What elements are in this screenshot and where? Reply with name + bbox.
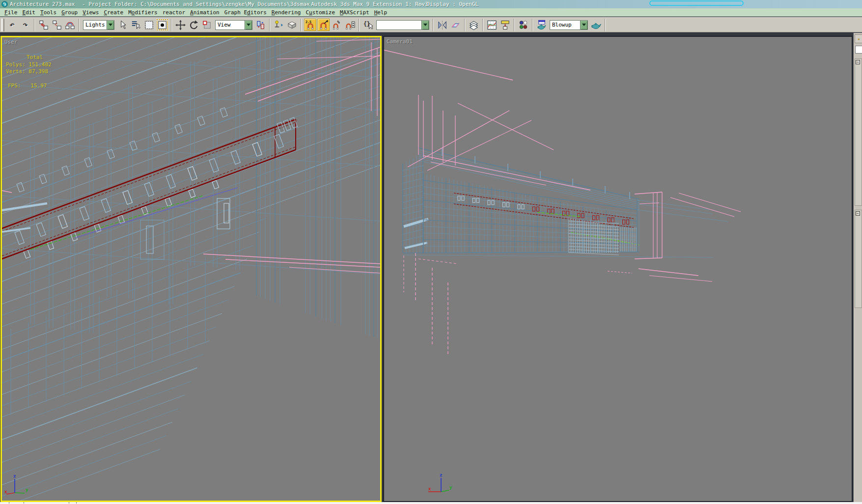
material-editor-icon — [518, 19, 529, 31]
track-bar-strip[interactable] — [0, 502, 862, 504]
window-crossing-icon — [157, 19, 168, 31]
bind-to-space-warp-button[interactable] — [64, 19, 76, 31]
dropdown-arrow-icon[interactable] — [421, 21, 429, 29]
schematic-view-icon — [500, 19, 511, 31]
menu-item-modifiers[interactable]: Modifiers — [126, 8, 160, 17]
mirror-button[interactable] — [436, 19, 448, 31]
menu-item-customize[interactable]: Customize — [303, 8, 337, 17]
dropdown-arrow-icon[interactable] — [107, 21, 114, 29]
command-panel-sliver[interactable]: ✶ − − — [853, 33, 862, 502]
schematic-view-button[interactable] — [499, 19, 511, 31]
mirror-icon — [437, 19, 448, 31]
selection-filter-select-value: Lights — [83, 21, 107, 29]
menu-item-views[interactable]: Views — [80, 8, 101, 17]
menu-item-reactor[interactable]: reactor — [160, 8, 188, 17]
select-and-scale-button[interactable] — [201, 19, 213, 31]
stats-total-label: Total — [27, 54, 43, 60]
rollout-minus-icon[interactable]: − — [856, 60, 860, 64]
angle-snap-toggle[interactable] — [317, 19, 330, 31]
viewport-area: User Total Polys: 151,402 Verts: 87,398 … — [0, 33, 862, 502]
curve-editor-icon — [486, 19, 498, 31]
svg-text:z: z — [13, 474, 16, 478]
menu-item-tools[interactable]: Tools — [38, 8, 59, 17]
rect-selection-region-button[interactable] — [143, 19, 155, 31]
material-editor-button[interactable] — [517, 19, 529, 31]
stats-verts: Verts: 87,398 — [6, 68, 48, 75]
render-scene-button[interactable] — [535, 19, 548, 31]
menu-item-help[interactable]: Help — [372, 8, 390, 17]
select-and-rotate-button[interactable] — [188, 19, 200, 31]
reference-coordinate-select[interactable]: View — [215, 20, 252, 30]
rollout-minus-icon[interactable]: − — [856, 211, 860, 216]
create-panel-tab-icon[interactable]: ✶ — [855, 34, 862, 43]
undo-button[interactable]: ↶ — [6, 19, 18, 31]
stats-polys: Polys: 151,402 — [6, 61, 52, 68]
selection-filter-select[interactable]: Lights — [83, 20, 114, 30]
window-crossing-toggle[interactable] — [156, 19, 168, 31]
select-and-move-button[interactable] — [174, 19, 187, 31]
viewport-user[interactable]: User Total Polys: 151,402 Verts: 87,398 … — [0, 36, 382, 502]
unlink-selection-icon — [51, 19, 62, 31]
rotate-icon — [188, 19, 199, 31]
named-selection-select-value — [377, 21, 421, 29]
3dsmax-logo-icon — [1, 1, 8, 7]
snaps-toggle-25[interactable]: 2.5 — [304, 19, 316, 31]
align-button[interactable] — [449, 19, 462, 31]
toolbar-separator — [79, 19, 80, 31]
svg-text:y: y — [449, 485, 452, 490]
use-pivot-center-button[interactable] — [254, 19, 267, 31]
select-object-icon — [117, 19, 128, 31]
toolbar-separator — [359, 19, 360, 31]
layer-manager-button[interactable] — [468, 19, 480, 31]
menu-item-file[interactable]: File — [2, 8, 20, 17]
menu-item-create[interactable]: Create — [101, 8, 126, 17]
menu-item-rendering[interactable]: Rendering — [269, 8, 304, 17]
svg-text:y: y — [26, 487, 28, 492]
svg-text:x: x — [4, 489, 7, 494]
snap-25-icon: 2.5 — [305, 19, 316, 31]
quick-render-button[interactable] — [590, 19, 602, 31]
menu-item-maxscript[interactable]: MAXScript — [337, 8, 372, 17]
viewport-user-label[interactable]: User — [4, 39, 18, 45]
redo-icon: ↷ — [23, 21, 28, 29]
viewport-camera01[interactable]: Camera01 xyz — [383, 36, 853, 502]
align-icon — [450, 19, 461, 31]
select-object-button[interactable] — [116, 19, 129, 31]
dropdown-arrow-icon[interactable] — [245, 21, 252, 29]
svg-text:x: x — [428, 486, 431, 491]
menu-item-group[interactable]: Group — [59, 8, 80, 17]
named-sets-icon: {} — [362, 19, 374, 31]
menu-item-edit[interactable]: Edit — [20, 8, 38, 17]
toolbar-separator — [532, 19, 533, 31]
spinner-snap-toggle[interactable] — [344, 19, 356, 31]
select-and-link-button[interactable] — [37, 19, 50, 31]
named-selection-select[interactable] — [376, 20, 429, 30]
select-by-name-button[interactable] — [130, 19, 142, 31]
rollout-partial[interactable]: − — [855, 58, 862, 206]
title-highlight-outline — [649, 0, 744, 6]
render-type-select-value: Blowup — [550, 21, 580, 29]
select-by-name-icon — [130, 19, 141, 31]
spinner-snap-icon — [344, 19, 356, 31]
render-type-select[interactable]: Blowup — [550, 20, 588, 30]
select-and-link-icon — [38, 19, 49, 31]
percent-snap-icon: % — [331, 19, 342, 31]
title-project-folder: - Project Folder: C:\Documents and Setti… — [82, 0, 310, 8]
select-and-manipulate-button[interactable] — [273, 19, 285, 31]
unlink-selection-button[interactable] — [51, 19, 63, 31]
redo-button[interactable]: ↷ — [19, 19, 31, 31]
rollout-partial[interactable]: − — [855, 210, 862, 308]
percent-snap-toggle[interactable]: % — [331, 19, 343, 31]
toolbar-drag-handle[interactable] — [1, 19, 4, 31]
stats-fps: FPS: 15.97 — [8, 83, 47, 89]
toolbar-separator — [605, 19, 606, 31]
dropdown-arrow-icon[interactable] — [580, 21, 587, 29]
keyboard-override-toggle[interactable] — [286, 19, 298, 31]
menu-item-animation[interactable]: Animation — [188, 8, 222, 17]
main-toolbar: ↶↷LightsView2.5%{}Blowup — [0, 17, 862, 32]
curve-editor-button[interactable] — [486, 19, 498, 31]
menu-item-graph-editors[interactable]: Graph Editors — [222, 8, 269, 17]
edit-named-selections-button[interactable]: {} — [362, 19, 374, 31]
object-name-field-partial[interactable] — [855, 46, 862, 54]
viewport-camera01-label[interactable]: Camera01 — [387, 38, 413, 45]
